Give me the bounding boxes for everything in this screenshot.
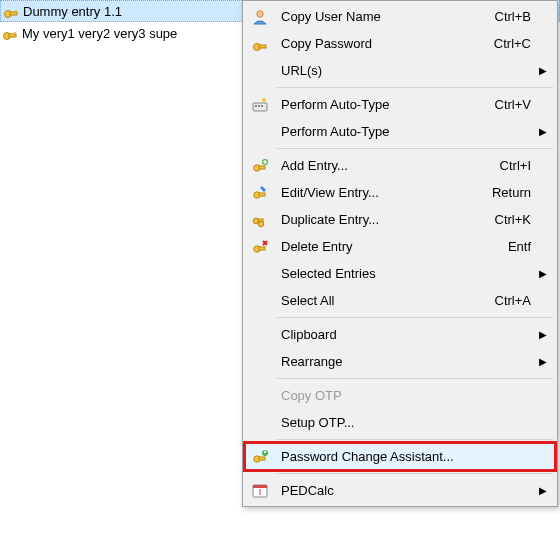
menu-shortcut: Ctrl+K (495, 212, 555, 227)
menu-label: Copy Password (275, 36, 494, 51)
menu-selected-entries[interactable]: Selected Entries ▶ (245, 260, 555, 287)
svg-point-13 (262, 98, 266, 102)
entry-label: Dummy entry 1.1 (23, 4, 122, 19)
key-icon (3, 3, 19, 19)
menu-separator (277, 473, 553, 474)
chevron-right-icon: ▶ (539, 485, 547, 496)
menu-rearrange[interactable]: Rearrange ▶ (245, 348, 555, 375)
svg-rect-5 (14, 32, 16, 34)
svg-rect-25 (259, 457, 265, 460)
menu-password-change-assistant[interactable]: Password Change Assistant... (245, 443, 555, 470)
menu-shortcut: Entf (508, 239, 555, 254)
key-duplicate-icon (245, 206, 275, 233)
menu-shortcut: Ctrl+V (495, 97, 555, 112)
blank-icon (245, 287, 275, 314)
user-icon (245, 3, 275, 30)
menu-label: Perform Auto-Type (275, 124, 555, 139)
svg-rect-1 (10, 12, 17, 15)
blank-icon (245, 409, 275, 436)
blank-icon (245, 57, 275, 84)
chevron-right-icon: ▶ (539, 126, 547, 137)
menu-shortcut: Ctrl+A (495, 293, 555, 308)
svg-point-6 (257, 10, 263, 16)
menu-duplicate-entry[interactable]: Duplicate Entry... Ctrl+K (245, 206, 555, 233)
svg-rect-2 (15, 10, 17, 12)
menu-separator (277, 148, 553, 149)
autotype-icon (245, 91, 275, 118)
svg-rect-21 (258, 219, 263, 222)
blank-icon (245, 382, 275, 409)
menu-separator (277, 378, 553, 379)
menu-label: Perform Auto-Type (275, 97, 495, 112)
menu-label: Copy OTP (275, 388, 555, 403)
menu-label: Duplicate Entry... (275, 212, 495, 227)
menu-label: Copy User Name (275, 9, 495, 24)
menu-separator (277, 87, 553, 88)
menu-label: Edit/View Entry... (275, 185, 492, 200)
menu-label: PEDCalc (275, 483, 555, 498)
key-edit-icon (245, 179, 275, 206)
menu-clipboard[interactable]: Clipboard ▶ (245, 321, 555, 348)
menu-separator (277, 439, 553, 440)
key-small-icon (245, 30, 275, 57)
menu-edit-view-entry[interactable]: Edit/View Entry... Return (245, 179, 555, 206)
calendar-icon: ! (245, 477, 275, 504)
key-assistant-icon (245, 443, 275, 470)
menu-label: Clipboard (275, 327, 555, 342)
menu-copy-otp: Copy OTP (245, 382, 555, 409)
blank-icon (245, 321, 275, 348)
menu-setup-otp[interactable]: Setup OTP... (245, 409, 555, 436)
svg-rect-12 (261, 105, 263, 107)
menu-label: Setup OTP... (275, 415, 555, 430)
chevron-right-icon: ▶ (539, 356, 547, 367)
menu-label: Password Change Assistant... (275, 449, 555, 464)
menu-label: Add Entry... (275, 158, 500, 173)
menu-pedcalc[interactable]: ! PEDCalc ▶ (245, 477, 555, 504)
svg-rect-15 (259, 166, 265, 169)
svg-point-20 (258, 221, 264, 227)
menu-copy-user-name[interactable]: Copy User Name Ctrl+B (245, 3, 555, 30)
menu-urls[interactable]: URL(s) ▶ (245, 57, 555, 84)
chevron-right-icon: ▶ (539, 268, 547, 279)
key-add-icon (245, 152, 275, 179)
svg-rect-23 (259, 247, 265, 250)
context-menu: Copy User Name Ctrl+B Copy Password Ctrl… (242, 0, 558, 507)
menu-shortcut: Return (492, 185, 555, 200)
blank-icon (245, 348, 275, 375)
blank-icon (245, 260, 275, 287)
menu-delete-entry[interactable]: Delete Entry Entf (245, 233, 555, 260)
menu-perform-auto-type-sub[interactable]: Perform Auto-Type ▶ (245, 118, 555, 145)
chevron-right-icon: ▶ (539, 65, 547, 76)
svg-rect-8 (259, 45, 266, 48)
menu-select-all[interactable]: Select All Ctrl+A (245, 287, 555, 314)
key-delete-icon (245, 233, 275, 260)
menu-copy-password[interactable]: Copy Password Ctrl+C (245, 30, 555, 57)
chevron-right-icon: ▶ (539, 329, 547, 340)
menu-shortcut: Ctrl+C (494, 36, 555, 51)
key-icon (2, 25, 18, 41)
menu-shortcut: Ctrl+I (500, 158, 555, 173)
menu-separator (277, 317, 553, 318)
svg-rect-4 (9, 34, 16, 37)
svg-rect-10 (255, 105, 257, 107)
entry-label: My very1 very2 very3 supe (22, 26, 177, 41)
blank-icon (245, 118, 275, 145)
menu-label: URL(s) (275, 63, 555, 78)
svg-rect-11 (258, 105, 260, 107)
menu-label: Delete Entry (275, 239, 508, 254)
menu-label: Select All (275, 293, 495, 308)
menu-add-entry[interactable]: Add Entry... Ctrl+I (245, 152, 555, 179)
menu-label: Selected Entries (275, 266, 555, 281)
menu-shortcut: Ctrl+B (495, 9, 555, 24)
menu-perform-auto-type[interactable]: Perform Auto-Type Ctrl+V (245, 91, 555, 118)
svg-rect-18 (259, 193, 265, 196)
svg-text:!: ! (259, 487, 262, 497)
menu-label: Rearrange (275, 354, 555, 369)
